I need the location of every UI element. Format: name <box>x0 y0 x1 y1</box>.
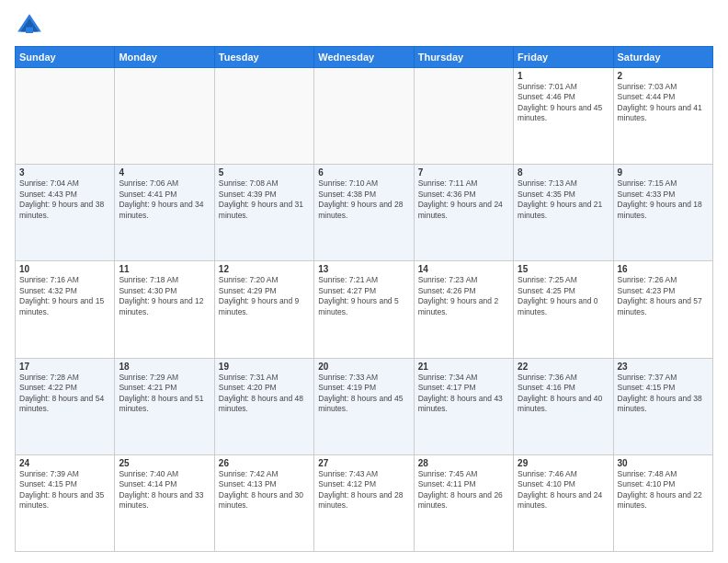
calendar-cell <box>16 68 115 165</box>
day-info: Sunrise: 7:33 AM Sunset: 4:19 PM Dayligh… <box>318 373 409 415</box>
page: SundayMondayTuesdayWednesdayThursdayFrid… <box>0 0 728 563</box>
calendar: SundayMondayTuesdayWednesdayThursdayFrid… <box>15 46 713 552</box>
calendar-cell: 3Sunrise: 7:04 AM Sunset: 4:43 PM Daylig… <box>16 165 115 261</box>
day-info: Sunrise: 7:45 AM Sunset: 4:11 PM Dayligh… <box>418 469 509 511</box>
calendar-cell: 22Sunrise: 7:36 AM Sunset: 4:16 PM Dayli… <box>514 358 613 454</box>
day-number: 30 <box>618 458 709 468</box>
day-info: Sunrise: 7:21 AM Sunset: 4:27 PM Dayligh… <box>318 275 409 317</box>
calendar-cell: 27Sunrise: 7:43 AM Sunset: 4:12 PM Dayli… <box>314 454 414 551</box>
day-number: 17 <box>19 362 110 372</box>
calendar-cell: 16Sunrise: 7:26 AM Sunset: 4:23 PM Dayli… <box>613 261 712 358</box>
calendar-cell <box>115 68 214 165</box>
calendar-cell <box>414 68 513 165</box>
day-number: 29 <box>518 458 609 468</box>
weekday-header-thursday: Thursday <box>414 47 513 68</box>
day-info: Sunrise: 7:39 AM Sunset: 4:15 PM Dayligh… <box>19 469 110 511</box>
calendar-cell <box>314 68 414 165</box>
week-row-4: 17Sunrise: 7:28 AM Sunset: 4:22 PM Dayli… <box>16 358 713 454</box>
day-info: Sunrise: 7:48 AM Sunset: 4:10 PM Dayligh… <box>618 469 709 511</box>
calendar-cell: 6Sunrise: 7:10 AM Sunset: 4:38 PM Daylig… <box>314 165 414 261</box>
day-info: Sunrise: 7:43 AM Sunset: 4:12 PM Dayligh… <box>318 469 409 511</box>
day-number: 23 <box>618 362 709 372</box>
weekday-header-saturday: Saturday <box>613 47 712 68</box>
calendar-cell: 1Sunrise: 7:01 AM Sunset: 4:46 PM Daylig… <box>514 68 613 165</box>
day-number: 14 <box>418 264 509 274</box>
calendar-cell: 19Sunrise: 7:31 AM Sunset: 4:20 PM Dayli… <box>214 358 313 454</box>
calendar-cell: 7Sunrise: 7:11 AM Sunset: 4:36 PM Daylig… <box>414 165 513 261</box>
day-info: Sunrise: 7:31 AM Sunset: 4:20 PM Dayligh… <box>219 373 310 415</box>
day-info: Sunrise: 7:28 AM Sunset: 4:22 PM Dayligh… <box>19 373 110 415</box>
day-number: 27 <box>318 458 409 468</box>
calendar-cell: 11Sunrise: 7:18 AM Sunset: 4:30 PM Dayli… <box>115 261 214 358</box>
day-info: Sunrise: 7:36 AM Sunset: 4:16 PM Dayligh… <box>518 373 609 415</box>
day-number: 3 <box>19 167 110 178</box>
day-info: Sunrise: 7:06 AM Sunset: 4:41 PM Dayligh… <box>119 178 210 221</box>
calendar-cell: 24Sunrise: 7:39 AM Sunset: 4:15 PM Dayli… <box>16 454 115 551</box>
day-number: 1 <box>518 71 609 81</box>
day-number: 15 <box>518 264 609 274</box>
day-info: Sunrise: 7:46 AM Sunset: 4:10 PM Dayligh… <box>518 469 609 511</box>
week-row-3: 10Sunrise: 7:16 AM Sunset: 4:32 PM Dayli… <box>16 261 713 358</box>
day-number: 26 <box>219 458 310 468</box>
day-number: 24 <box>19 458 110 468</box>
day-info: Sunrise: 7:23 AM Sunset: 4:26 PM Dayligh… <box>418 275 509 317</box>
calendar-cell: 8Sunrise: 7:13 AM Sunset: 4:35 PM Daylig… <box>514 165 613 261</box>
weekday-header-friday: Friday <box>514 47 613 68</box>
calendar-cell: 4Sunrise: 7:06 AM Sunset: 4:41 PM Daylig… <box>115 165 214 261</box>
day-number: 5 <box>219 167 310 178</box>
day-number: 16 <box>618 264 709 274</box>
calendar-cell: 9Sunrise: 7:15 AM Sunset: 4:33 PM Daylig… <box>613 165 712 261</box>
calendar-cell: 18Sunrise: 7:29 AM Sunset: 4:21 PM Dayli… <box>115 358 214 454</box>
day-number: 10 <box>19 264 110 274</box>
day-number: 19 <box>219 362 310 372</box>
day-info: Sunrise: 7:29 AM Sunset: 4:21 PM Dayligh… <box>119 373 210 415</box>
day-number: 4 <box>119 167 210 178</box>
day-info: Sunrise: 7:03 AM Sunset: 4:44 PM Dayligh… <box>618 82 709 124</box>
calendar-cell: 26Sunrise: 7:42 AM Sunset: 4:13 PM Dayli… <box>214 454 313 551</box>
day-info: Sunrise: 7:15 AM Sunset: 4:33 PM Dayligh… <box>618 178 709 221</box>
weekday-header-monday: Monday <box>115 47 214 68</box>
weekday-header-wednesday: Wednesday <box>314 47 414 68</box>
day-info: Sunrise: 7:20 AM Sunset: 4:29 PM Dayligh… <box>219 275 310 317</box>
calendar-cell: 13Sunrise: 7:21 AM Sunset: 4:27 PM Dayli… <box>314 261 414 358</box>
day-number: 25 <box>119 458 210 468</box>
day-info: Sunrise: 7:34 AM Sunset: 4:17 PM Dayligh… <box>418 373 509 415</box>
day-number: 9 <box>618 167 709 178</box>
calendar-cell: 20Sunrise: 7:33 AM Sunset: 4:19 PM Dayli… <box>314 358 414 454</box>
day-info: Sunrise: 7:37 AM Sunset: 4:15 PM Dayligh… <box>618 373 709 415</box>
calendar-cell: 23Sunrise: 7:37 AM Sunset: 4:15 PM Dayli… <box>613 358 712 454</box>
day-number: 18 <box>119 362 210 372</box>
day-number: 11 <box>119 264 210 274</box>
day-number: 8 <box>518 167 609 178</box>
calendar-cell: 15Sunrise: 7:25 AM Sunset: 4:25 PM Dayli… <box>514 261 613 358</box>
logo <box>15 11 48 40</box>
weekday-header-tuesday: Tuesday <box>214 47 313 68</box>
calendar-cell: 12Sunrise: 7:20 AM Sunset: 4:29 PM Dayli… <box>214 261 313 358</box>
day-info: Sunrise: 7:04 AM Sunset: 4:43 PM Dayligh… <box>19 178 110 221</box>
day-number: 22 <box>518 362 609 372</box>
day-info: Sunrise: 7:25 AM Sunset: 4:25 PM Dayligh… <box>518 275 609 317</box>
calendar-cell: 28Sunrise: 7:45 AM Sunset: 4:11 PM Dayli… <box>414 454 513 551</box>
day-info: Sunrise: 7:26 AM Sunset: 4:23 PM Dayligh… <box>618 275 709 317</box>
day-info: Sunrise: 7:18 AM Sunset: 4:30 PM Dayligh… <box>119 275 210 317</box>
day-info: Sunrise: 7:13 AM Sunset: 4:35 PM Dayligh… <box>518 178 609 221</box>
weekday-header-sunday: Sunday <box>16 47 115 68</box>
week-row-1: 1Sunrise: 7:01 AM Sunset: 4:46 PM Daylig… <box>16 68 713 165</box>
day-number: 21 <box>418 362 509 372</box>
day-number: 12 <box>219 264 310 274</box>
day-info: Sunrise: 7:08 AM Sunset: 4:39 PM Dayligh… <box>219 178 310 221</box>
day-number: 20 <box>318 362 409 372</box>
day-info: Sunrise: 7:42 AM Sunset: 4:13 PM Dayligh… <box>219 469 310 511</box>
calendar-cell <box>214 68 313 165</box>
calendar-cell: 2Sunrise: 7:03 AM Sunset: 4:44 PM Daylig… <box>613 68 712 165</box>
calendar-cell: 29Sunrise: 7:46 AM Sunset: 4:10 PM Dayli… <box>514 454 613 551</box>
calendar-cell: 25Sunrise: 7:40 AM Sunset: 4:14 PM Dayli… <box>115 454 214 551</box>
week-row-2: 3Sunrise: 7:04 AM Sunset: 4:43 PM Daylig… <box>16 165 713 261</box>
calendar-cell: 21Sunrise: 7:34 AM Sunset: 4:17 PM Dayli… <box>414 358 513 454</box>
day-number: 2 <box>618 71 709 81</box>
day-number: 6 <box>318 167 409 178</box>
calendar-cell: 14Sunrise: 7:23 AM Sunset: 4:26 PM Dayli… <box>414 261 513 358</box>
calendar-cell: 5Sunrise: 7:08 AM Sunset: 4:39 PM Daylig… <box>214 165 313 261</box>
calendar-cell: 10Sunrise: 7:16 AM Sunset: 4:32 PM Dayli… <box>16 261 115 358</box>
header <box>15 11 713 40</box>
